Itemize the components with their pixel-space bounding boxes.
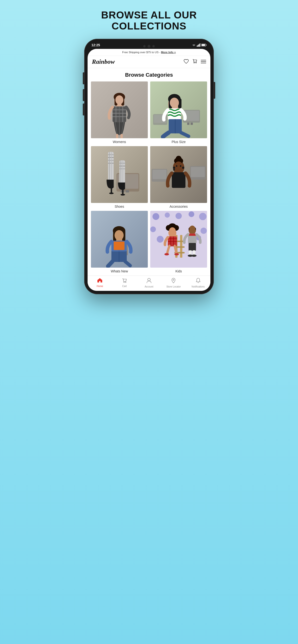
accessories-label: Accessories [170, 204, 188, 208]
category-image-kids [150, 211, 207, 268]
svg-point-103 [189, 212, 194, 217]
nav-notifications[interactable]: Notifications [186, 278, 210, 288]
signal-icon [197, 43, 200, 47]
svg-point-77 [180, 165, 181, 167]
phone-notch [132, 43, 166, 49]
browse-categories-title: Browse Categories [91, 72, 207, 78]
svg-point-78 [173, 167, 175, 169]
camera-main-lens [147, 45, 151, 48]
svg-rect-71 [191, 167, 205, 177]
svg-rect-48 [126, 190, 129, 192]
svg-rect-26 [120, 134, 123, 138]
svg-point-14 [115, 95, 123, 104]
nav-cart[interactable]: Cart [112, 278, 136, 288]
plus-size-label: Plus Size [172, 140, 186, 144]
svg-point-125 [175, 253, 179, 256]
shoes-label: Shoes [115, 204, 124, 208]
cart-icon[interactable] [192, 59, 198, 65]
svg-rect-32 [191, 123, 193, 125]
svg-point-124 [164, 253, 169, 256]
svg-rect-69 [152, 170, 166, 179]
category-image-shoes [91, 146, 148, 203]
notifications-icon [196, 278, 201, 285]
svg-rect-1 [202, 44, 205, 46]
svg-point-136 [123, 282, 124, 283]
status-icons [192, 43, 207, 47]
svg-rect-81 [172, 172, 186, 188]
nav-home[interactable]: Home [88, 278, 112, 288]
account-nav-label: Account [145, 285, 153, 288]
wishlist-icon[interactable] [184, 59, 189, 65]
svg-point-104 [199, 213, 207, 220]
phone-screen: Free Shipping over $75 to US - More Info… [88, 49, 210, 291]
svg-rect-31 [187, 123, 189, 125]
whats-new-label: Whats New [111, 269, 128, 273]
svg-point-135 [192, 255, 197, 257]
category-image-accessories [150, 146, 207, 203]
home-nav-label: Home [97, 285, 103, 288]
svg-point-105 [150, 227, 156, 232]
svg-rect-49 [108, 152, 114, 180]
app-content: Browse Categories [88, 68, 210, 276]
svg-point-101 [165, 212, 170, 218]
svg-point-139 [173, 279, 174, 280]
category-whats-new[interactable]: Whats New [91, 211, 148, 273]
svg-point-39 [170, 98, 179, 108]
category-image-whats-new [91, 211, 148, 268]
store-locator-nav-label: Store Locator [166, 285, 181, 288]
svg-point-65 [120, 194, 125, 196]
camera-lens-2 [152, 45, 155, 48]
nav-store-locator[interactable]: Store Locator [161, 278, 186, 288]
shipping-banner: Free Shipping over $75 to US - More Info… [88, 49, 210, 56]
svg-point-138 [148, 278, 151, 281]
svg-point-100 [152, 213, 159, 220]
battery-icon [201, 44, 207, 46]
category-shoes[interactable]: Shoes [91, 146, 148, 208]
header-icons [184, 59, 206, 65]
home-icon [97, 278, 103, 284]
svg-rect-98 [114, 242, 124, 250]
svg-point-82 [175, 169, 182, 172]
svg-point-76 [176, 165, 177, 167]
page-headline: BROWSE ALL OUR COLLECTIONS [101, 10, 197, 32]
svg-rect-2 [206, 44, 207, 46]
svg-point-102 [175, 213, 182, 219]
cart-nav-label: Cart [122, 285, 127, 288]
category-womens[interactable]: Womens [91, 82, 148, 144]
svg-point-79 [173, 169, 175, 170]
wifi-icon [192, 44, 196, 46]
status-time: 12:25 [91, 43, 100, 47]
svg-point-128 [189, 226, 195, 233]
womens-label: Womens [113, 140, 126, 144]
svg-point-118 [169, 227, 176, 235]
svg-point-3 [194, 62, 195, 63]
svg-rect-131 [189, 243, 196, 251]
category-kids[interactable]: Kids [150, 211, 207, 273]
svg-point-137 [125, 282, 126, 283]
cart-nav-icon [122, 278, 127, 284]
app-logo: Rainbow [92, 58, 115, 66]
app-header: Rainbow [88, 56, 210, 68]
svg-point-4 [196, 62, 197, 63]
categories-grid: Womens [91, 82, 207, 273]
svg-rect-58 [119, 160, 125, 183]
kids-label: Kids [175, 269, 182, 273]
svg-rect-130 [189, 234, 196, 236]
more-info-link[interactable]: More Info + [161, 51, 176, 54]
category-plus-size[interactable]: Plus Size [150, 82, 207, 144]
nav-account[interactable]: Account [137, 278, 161, 288]
store-locator-icon [171, 278, 176, 285]
svg-point-80 [182, 167, 184, 169]
notifications-nav-label: Notifications [192, 285, 205, 288]
svg-point-74 [176, 156, 182, 162]
account-icon [146, 278, 152, 285]
category-image-womens [91, 82, 148, 138]
svg-point-57 [109, 192, 114, 194]
svg-point-106 [201, 228, 207, 234]
category-accessories[interactable]: Accessories [150, 146, 207, 208]
svg-rect-25 [116, 134, 118, 138]
category-image-plus-size [150, 82, 207, 138]
bottom-nav: Home Cart [88, 276, 210, 291]
camera-lens [143, 45, 146, 48]
menu-icon[interactable] [201, 59, 206, 65]
